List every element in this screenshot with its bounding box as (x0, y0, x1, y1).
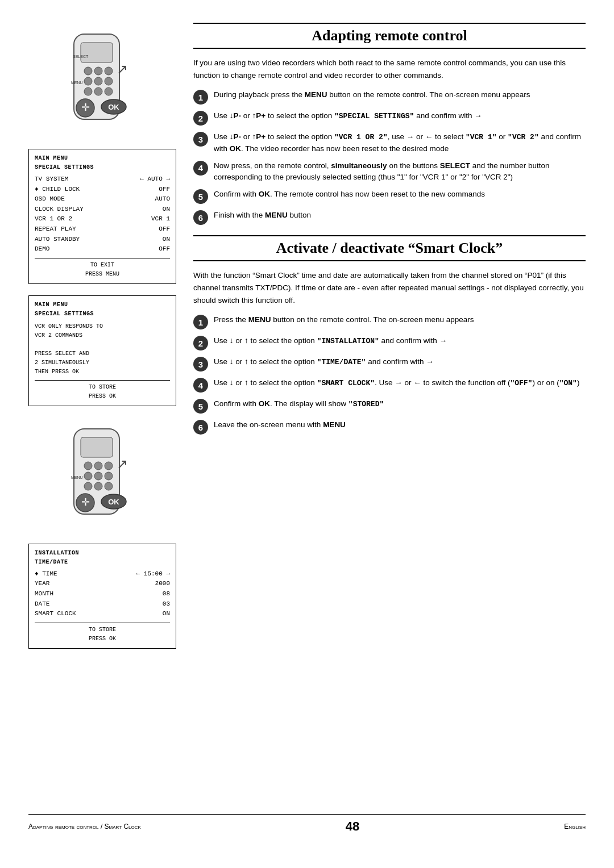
screen1-row-1: ♦ CHILD LOCKOFF (35, 185, 170, 195)
screen1-title1: MAIN MENU (35, 154, 170, 163)
svg-rect-19 (81, 437, 113, 457)
svg-point-4 (105, 67, 113, 75)
screen2-title2: SPECIAL SETTINGS (35, 310, 170, 319)
screen-box-1: MAIN MENU SPECIAL SETTINGS TV SYSTEM← AU… (28, 149, 176, 284)
page: ✛ OK SELECT MENU ↗ MAIN MENU SPECIAL SET… (0, 0, 614, 868)
smartclock-steps: 1 Press the MENU button on the remote co… (193, 314, 586, 435)
screen1-title2: SPECIAL SETTINGS (35, 163, 170, 172)
smartclock-intro: With the function “Smart Clock” time and… (193, 269, 586, 306)
sc-step-text-5: Confirm with OK. The display will show "… (214, 398, 586, 410)
step-num-5: 5 (193, 189, 208, 204)
svg-text:MENU: MENU (71, 81, 83, 85)
screen1-row-0: TV SYSTEM← AUTO → (35, 174, 170, 185)
screen-box-3: INSTALLATION TIME/DATE ♦ TIME← 15:00 → Y… (28, 544, 176, 649)
sc-step-text-2: Use ↓ or ↑ to select the option "INSTALL… (214, 335, 586, 347)
step-text-2: Use ↓P- or ↑P+ to select the option "SPE… (214, 110, 586, 122)
adapting-step-3: 3 Use ↓P- or ↑P+ to select the option "V… (193, 131, 586, 155)
step-text-1: During playback press the MENU button on… (214, 89, 586, 101)
footer-left-text: Adapting remote control / Smart Clock (28, 823, 141, 831)
svg-point-23 (84, 472, 92, 480)
screen1-row-7: DEMOOFF (35, 244, 170, 254)
adapting-intro: If you are using two video recorders whi… (193, 57, 586, 81)
sc-step-text-3: Use ↓ or ↑ to select the option "TIME/DA… (214, 356, 586, 368)
step-num-6: 6 (193, 210, 208, 225)
svg-point-27 (94, 482, 102, 490)
sc-step-num-1: 1 (193, 315, 208, 329)
svg-text:✛: ✛ (81, 102, 90, 113)
adapting-steps: 1 During playback press the MENU button … (193, 89, 586, 225)
remote-illustration-2: ✛ OK MENU ↗ (28, 418, 176, 531)
svg-point-24 (94, 472, 102, 480)
sc-step-num-3: 3 (193, 357, 208, 372)
right-column: Adapting remote control If you are using… (193, 23, 586, 803)
step-num-1: 1 (193, 90, 208, 105)
step-text-5: Confirm with OK. The remote control has … (214, 189, 586, 200)
svg-text:OK: OK (108, 498, 119, 506)
adapting-step-2: 2 Use ↓P- or ↑P+ to select the option "S… (193, 110, 586, 126)
svg-rect-1 (81, 43, 113, 62)
adapting-step-6: 6 Finish with the MENU button (193, 210, 586, 225)
adapting-step-1: 1 During playback press the MENU button … (193, 89, 586, 105)
remote-illustration-1: ✛ OK SELECT MENU ↗ (28, 23, 176, 136)
svg-point-5 (84, 77, 92, 85)
screen3-rows: ♦ TIME← 15:00 → YEAR2000 MONTH08 DATE03 … (35, 569, 170, 619)
left-column: ✛ OK SELECT MENU ↗ MAIN MENU SPECIAL SET… (28, 23, 176, 803)
sc-step-text-6: Leave the on-screen menu with MENU (214, 419, 586, 431)
svg-point-21 (94, 462, 102, 470)
svg-text:MENU: MENU (71, 475, 83, 479)
step-num-2: 2 (193, 111, 208, 126)
svg-point-26 (84, 482, 92, 490)
footer-right-text: English (564, 823, 586, 831)
sc-step-num-2: 2 (193, 336, 208, 350)
svg-point-10 (105, 87, 113, 95)
step-num-4: 4 (193, 161, 208, 176)
svg-point-8 (84, 87, 92, 95)
sc-step-num-4: 4 (193, 378, 208, 393)
svg-point-9 (94, 87, 102, 95)
smartclock-heading: Activate / deactivate “Smart Clock” (193, 235, 586, 261)
smartclock-step-6: 6 Leave the on-screen menu with MENU (193, 419, 586, 435)
page-number: 48 (346, 819, 359, 834)
step-text-3: Use ↓P- or ↑P+ to select the option "VCR… (214, 131, 586, 155)
smartclock-step-5: 5 Confirm with OK. The display will show… (193, 398, 586, 414)
sc-step-text-1: Press the MENU button on the remote cont… (214, 314, 586, 326)
adapting-heading: Adapting remote control (193, 23, 586, 49)
smartclock-step-2: 2 Use ↓ or ↑ to select the option "INSTA… (193, 335, 586, 350)
svg-text:✛: ✛ (81, 496, 90, 508)
svg-point-7 (105, 77, 113, 85)
svg-point-22 (105, 462, 113, 470)
screen-box-2: MAIN MENU SPECIAL SETTINGS VCR ONLY RESP… (28, 295, 176, 406)
step-text-6: Finish with the MENU button (214, 210, 586, 221)
screen1-footer: TO EXIT PRESS MENU (35, 258, 170, 279)
screen1-row-6: AUTO STANDBYON (35, 235, 170, 245)
screen3-title1: INSTALLATION (35, 549, 170, 558)
svg-point-3 (94, 67, 102, 75)
adapting-step-4: 4 Now press, on the remote control, simu… (193, 160, 586, 183)
svg-text:↗: ↗ (117, 456, 128, 471)
screen1-row-2: OSD MODEAUTO (35, 194, 170, 205)
sc-step-text-4: Use ↓ or ↑ to select the option "SMART C… (214, 377, 586, 389)
smartclock-step-4: 4 Use ↓ or ↑ to select the option "SMART… (193, 377, 586, 393)
smartclock-step-3: 3 Use ↓ or ↑ to select the option "TIME/… (193, 356, 586, 372)
screen1-row-5: REPEAT PLAYOFF (35, 224, 170, 235)
screen3-title2: TIME/DATE (35, 558, 170, 567)
svg-point-25 (105, 472, 113, 480)
screen2-title1: MAIN MENU (35, 301, 170, 310)
screen1-row-4: VCR 1 OR 2VCR 1 (35, 214, 170, 224)
smartclock-step-1: 1 Press the MENU button on the remote co… (193, 314, 586, 329)
screen2-lines: VCR ONLY RESPONDS TO VCR 2 COMMANDS PRES… (35, 322, 170, 377)
adapting-step-5: 5 Confirm with OK. The remote control ha… (193, 189, 586, 204)
svg-text:OK: OK (108, 103, 119, 111)
svg-text:↗: ↗ (117, 61, 128, 77)
content-area: ✛ OK SELECT MENU ↗ MAIN MENU SPECIAL SET… (28, 23, 586, 803)
sc-step-num-6: 6 (193, 420, 208, 435)
step-num-3: 3 (193, 132, 208, 147)
step-text-4: Now press, on the remote control, simult… (214, 160, 586, 183)
screen2-footer: TO STORE PRESS OK (35, 380, 170, 401)
screen1-row-3: CLOCK DISPLAYON (35, 205, 170, 215)
svg-text:SELECT: SELECT (73, 55, 89, 59)
svg-point-2 (84, 67, 92, 75)
svg-point-6 (94, 77, 102, 85)
page-footer: Adapting remote control / Smart Clock 48… (28, 814, 586, 834)
svg-point-28 (105, 482, 113, 490)
